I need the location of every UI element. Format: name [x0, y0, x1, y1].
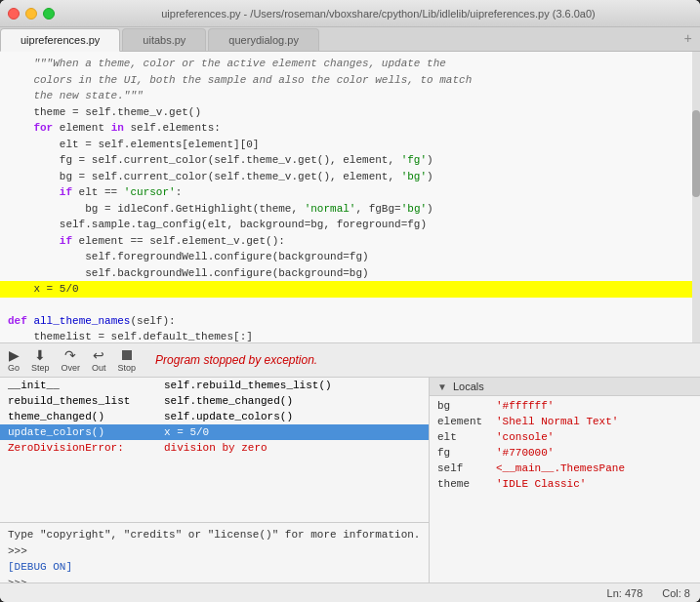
titlebar: uipreferences.py - /Users/roseman/vboxsh… [0, 0, 700, 27]
local-key: theme [437, 478, 496, 490]
stack-row[interactable]: theme_changed() self.update_colors() [0, 409, 429, 424]
local-val: <__main__.ThemesPane [496, 462, 692, 474]
code-content: """When a theme, color or the active ele… [0, 52, 700, 342]
traffic-lights [8, 8, 55, 20]
maximize-button[interactable] [43, 8, 55, 20]
shell-line: Type "copyright", "credits" or "license(… [8, 527, 421, 543]
stop-label: Stop [118, 363, 137, 373]
tab-querydialog[interactable]: querydialog.py [208, 28, 319, 51]
local-row: elt 'console' [430, 429, 700, 445]
local-key: element [437, 416, 496, 427]
over-button[interactable]: ↷ Over [62, 348, 81, 373]
error-type: ZeroDivisionError: [8, 442, 164, 454]
editor-scrollbar[interactable] [692, 52, 700, 342]
locals-triangle-icon: ▼ [437, 381, 447, 392]
code-line: elt = self.elements[element][0] [0, 137, 700, 153]
stack-row-error[interactable]: ZeroDivisionError: division by zero [0, 440, 429, 456]
code-line [0, 298, 700, 313]
code-line: self.foregroundWell.configure(background… [0, 249, 700, 265]
shell-area[interactable]: Type "copyright", "credits" or "license(… [0, 522, 429, 582]
code-line: if elt == 'cursor': [0, 184, 700, 201]
stack-table: __init__ self.rebuild_themes_list() rebu… [0, 378, 429, 522]
code-editor[interactable]: """When a theme, color or the active ele… [0, 52, 700, 342]
stack-row[interactable]: rebuild_themes_list self.theme_changed() [0, 393, 429, 409]
stack-frame-name: rebuild_themes_list [8, 395, 164, 407]
code-line: fg = self.current_color(self.theme_v.get… [0, 152, 700, 169]
code-line: self.sample.tag_config(elt, background=b… [0, 217, 700, 233]
local-val: '#ffffff' [496, 400, 692, 412]
local-val: 'Shell Normal Text' [496, 416, 692, 427]
locals-panel: ▼ Locals bg '#ffffff' element 'Shell Nor… [430, 378, 700, 582]
tabbar: uipreferences.py uitabs.py querydialog.p… [0, 27, 700, 52]
stack-frame-call: self.rebuild_themes_list() [164, 380, 421, 391]
statusbar: Ln: 478 Col: 8 [0, 582, 700, 602]
local-row: theme 'IDLE Classic' [430, 476, 700, 492]
stop-icon [122, 348, 132, 362]
code-line: """When a theme, color or the active ele… [0, 56, 700, 72]
stack-row-selected[interactable]: update_colors() x = 5/0 [0, 424, 429, 440]
local-key: fg [437, 447, 496, 459]
out-button[interactable]: ↩ Out [92, 348, 106, 373]
minimize-button[interactable] [25, 8, 37, 20]
col-status: Col: 8 [662, 587, 690, 599]
error-message: division by zero [164, 442, 421, 454]
local-val: '#770000' [496, 447, 692, 459]
go-label: Go [8, 363, 20, 373]
local-row: self <__main__.ThemesPane [430, 461, 700, 476]
go-icon: ▶ [9, 348, 20, 362]
tab-add-button[interactable]: + [677, 27, 700, 51]
stop-button[interactable]: Stop [118, 348, 137, 373]
close-button[interactable] [8, 8, 20, 20]
code-line: for element in self.elements: [0, 120, 700, 137]
out-label: Out [92, 363, 106, 373]
code-line: self.backgroundWell.configure(background… [0, 265, 700, 282]
step-label: Step [31, 363, 50, 373]
code-line: themelist = self.default_themes[:] [0, 329, 700, 342]
shell-debug-line: [DEBUG ON] [8, 559, 421, 576]
ln-status: Ln: 478 [607, 587, 643, 599]
stack-frame-name: __init__ [8, 380, 164, 391]
step-button[interactable]: ⬇ Step [31, 348, 50, 373]
code-line: def all_theme_names(self): [0, 313, 700, 330]
local-val: 'console' [496, 431, 692, 443]
stack-frame-call: x = 5/0 [164, 426, 421, 438]
local-key: self [437, 462, 496, 474]
go-button[interactable]: ▶ Go [8, 348, 20, 373]
stack-panel: __init__ self.rebuild_themes_list() rebu… [0, 378, 430, 582]
local-row: element 'Shell Normal Text' [430, 414, 700, 429]
code-line: if element == self.element_v.get(): [0, 233, 700, 250]
code-line: the new state.""" [0, 88, 700, 104]
locals-table: bg '#ffffff' element 'Shell Normal Text'… [430, 396, 700, 582]
code-line-highlighted: x = 5/0 [0, 281, 700, 298]
debug-toolbar: ▶ Go ⬇ Step ↷ Over ↩ Out Stop Program st… [0, 342, 700, 378]
locals-header: ▼ Locals [430, 378, 700, 396]
local-val: 'IDLE Classic' [496, 478, 692, 490]
code-line: bg = idleConf.GetHighlight(theme, 'norma… [0, 201, 700, 218]
locals-title: Locals [453, 381, 484, 392]
over-icon: ↷ [64, 348, 76, 362]
bottom-panel: __init__ self.rebuild_themes_list() rebu… [0, 378, 700, 582]
step-icon: ⬇ [34, 348, 46, 362]
over-label: Over [62, 363, 81, 373]
code-line: colors in the UI, both the sample and al… [0, 72, 700, 89]
stack-frame-name: theme_changed() [8, 411, 164, 422]
stack-frame-call: self.update_colors() [164, 411, 421, 422]
shell-prompt: >>> [8, 543, 421, 560]
tab-uipreferences[interactable]: uipreferences.py [0, 28, 120, 52]
scroll-thumb[interactable] [692, 110, 700, 197]
window-title: uipreferences.py - /Users/roseman/vboxsh… [64, 8, 692, 20]
local-row: bg '#ffffff' [430, 398, 700, 414]
code-line: bg = self.current_color(self.theme_v.get… [0, 169, 700, 185]
local-key: elt [437, 431, 496, 443]
program-stopped-message: Program stopped by exception. [155, 353, 317, 367]
code-line: theme = self.theme_v.get() [0, 104, 700, 121]
out-icon: ↩ [93, 348, 104, 362]
stack-row[interactable]: __init__ self.rebuild_themes_list() [0, 378, 429, 393]
local-key: bg [437, 400, 496, 412]
stack-frame-name: update_colors() [8, 426, 164, 438]
stack-frame-call: self.theme_changed() [164, 395, 421, 407]
local-row: fg '#770000' [430, 445, 700, 461]
shell-prompt: >>> [8, 576, 421, 583]
window: uipreferences.py - /Users/roseman/vboxsh… [0, 0, 700, 602]
tab-uitabs[interactable]: uitabs.py [122, 28, 206, 51]
